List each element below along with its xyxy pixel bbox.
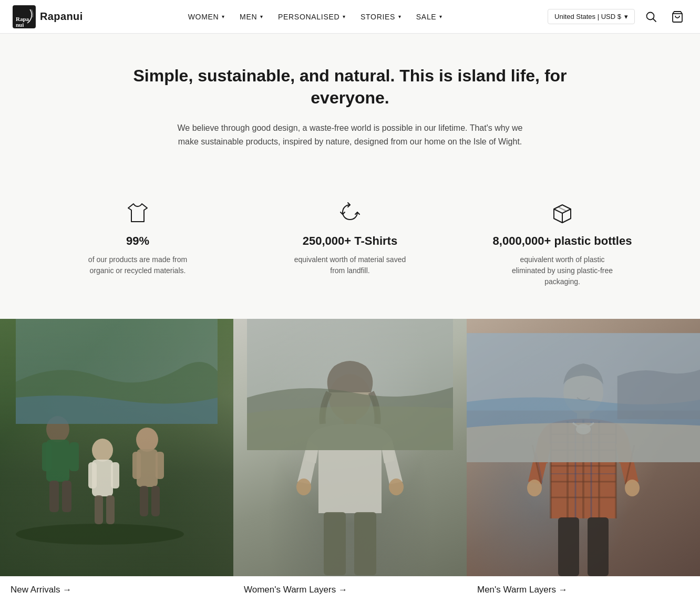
hero-subtitle: We believe through good design, a waste-… xyxy=(177,121,523,148)
chevron-down-icon: ▾ xyxy=(624,13,628,20)
coastal-bg xyxy=(233,319,467,450)
search-icon xyxy=(645,11,657,23)
stat-desc-plastic: equivalent worth of plastic eliminated b… xyxy=(505,254,620,287)
locale-text: United States | USD $ xyxy=(554,13,621,20)
stat-desc-organic: of our products are made from organic or… xyxy=(80,254,195,276)
svg-point-29 xyxy=(389,479,404,495)
product-image-new-arrivals xyxy=(0,319,233,576)
svg-point-28 xyxy=(296,479,311,495)
recycle-icon xyxy=(335,199,365,228)
svg-rect-12 xyxy=(62,481,71,512)
stat-number-tshirts: 250,000+ T-Shirts xyxy=(303,234,397,248)
stat-number-plastic: 8,000,000+ plastic bottles xyxy=(493,234,632,248)
product-label-womens: Women's Warm Layers → xyxy=(233,576,467,603)
svg-rect-10 xyxy=(69,442,79,471)
product-image-mens xyxy=(467,319,700,576)
svg-rect-31 xyxy=(354,512,376,575)
beach-bg xyxy=(467,319,700,476)
chevron-down-icon: ▾ xyxy=(222,14,225,19)
svg-rect-16 xyxy=(111,462,119,488)
brand-logo[interactable]: Rapa nui Rapanui xyxy=(13,5,83,28)
main-nav: WOMEN ▾ MEN ▾ PERSONALISED ▾ STORIES ▾ S… xyxy=(182,8,449,25)
svg-rect-15 xyxy=(88,462,97,488)
svg-rect-55 xyxy=(558,517,579,576)
svg-rect-21 xyxy=(132,452,141,479)
svg-point-53 xyxy=(527,480,542,496)
stat-organic: 99% of our products are made from organi… xyxy=(42,199,233,287)
chevron-down-icon: ▾ xyxy=(260,14,263,19)
nav-stories[interactable]: STORIES ▾ xyxy=(354,8,408,25)
stat-desc-tshirts: equivalent worth of material saved from … xyxy=(292,254,408,276)
hero-title: Simple, sustainable, and natural. This i… xyxy=(105,65,595,109)
nav-men[interactable]: MEN ▾ xyxy=(233,8,270,25)
stats-section: 99% of our products are made from organi… xyxy=(0,173,700,319)
cart-button[interactable] xyxy=(667,7,687,27)
site-header: Rapa nui Rapanui WOMEN ▾ MEN ▾ PERSONALI… xyxy=(0,0,700,34)
product-card-womens[interactable]: Women's Warm Layers → xyxy=(233,319,467,603)
svg-rect-30 xyxy=(324,512,346,575)
stat-number-organic: 99% xyxy=(126,234,149,248)
product-card-mens[interactable]: Men's Warm Layers → xyxy=(467,319,700,603)
svg-point-6 xyxy=(16,524,184,545)
hero-section: Simple, sustainable, and natural. This i… xyxy=(0,34,700,173)
product-link-text: Men's Warm Layers → xyxy=(477,585,568,595)
svg-rect-22 xyxy=(156,452,164,479)
nav-personalised[interactable]: PERSONALISED ▾ xyxy=(272,8,352,25)
product-image-womens xyxy=(233,319,467,576)
svg-rect-23 xyxy=(140,486,148,516)
svg-rect-11 xyxy=(49,481,59,512)
locale-selector[interactable]: United States | USD $ ▾ xyxy=(548,9,635,24)
svg-line-4 xyxy=(653,18,656,22)
cart-icon xyxy=(671,11,684,23)
brand-name: Rapanui xyxy=(40,11,83,23)
landscape-bg xyxy=(0,319,233,424)
stat-plastic: 8,000,000+ plastic bottles equivalent wo… xyxy=(467,199,658,287)
svg-rect-18 xyxy=(106,495,115,524)
svg-point-19 xyxy=(136,428,158,452)
product-link-womens[interactable]: Women's Warm Layers → xyxy=(244,585,456,595)
svg-rect-24 xyxy=(151,486,160,516)
chevron-down-icon: ▾ xyxy=(439,14,442,19)
svg-rect-56 xyxy=(588,517,609,576)
header-actions: United States | USD $ ▾ xyxy=(548,7,687,27)
product-link-new-arrivals[interactable]: New Arrivals → xyxy=(11,585,223,595)
product-grid: New Arrivals → xyxy=(0,319,700,603)
product-card-new-arrivals[interactable]: New Arrivals → xyxy=(0,319,233,603)
svg-rect-9 xyxy=(42,442,52,471)
chevron-down-icon: ▾ xyxy=(398,14,402,19)
nav-sale[interactable]: SALE ▾ xyxy=(410,8,449,25)
product-link-text: New Arrivals → xyxy=(11,585,71,595)
product-link-mens[interactable]: Men's Warm Layers → xyxy=(477,585,689,595)
svg-text:nui: nui xyxy=(16,22,24,28)
chevron-down-icon: ▾ xyxy=(343,14,346,19)
product-link-text: Women's Warm Layers → xyxy=(244,585,347,595)
stat-tshirts: 250,000+ T-Shirts equivalent worth of ma… xyxy=(254,199,446,287)
nav-women[interactable]: WOMEN ▾ xyxy=(182,8,231,25)
box-icon xyxy=(548,199,577,228)
svg-point-54 xyxy=(625,480,640,496)
svg-rect-17 xyxy=(95,495,103,524)
search-button[interactable] xyxy=(641,7,661,27)
product-label-new-arrivals: New Arrivals → xyxy=(0,576,233,603)
product-label-mens: Men's Warm Layers → xyxy=(467,576,700,603)
tshirt-icon xyxy=(123,199,152,228)
svg-point-13 xyxy=(92,439,113,462)
